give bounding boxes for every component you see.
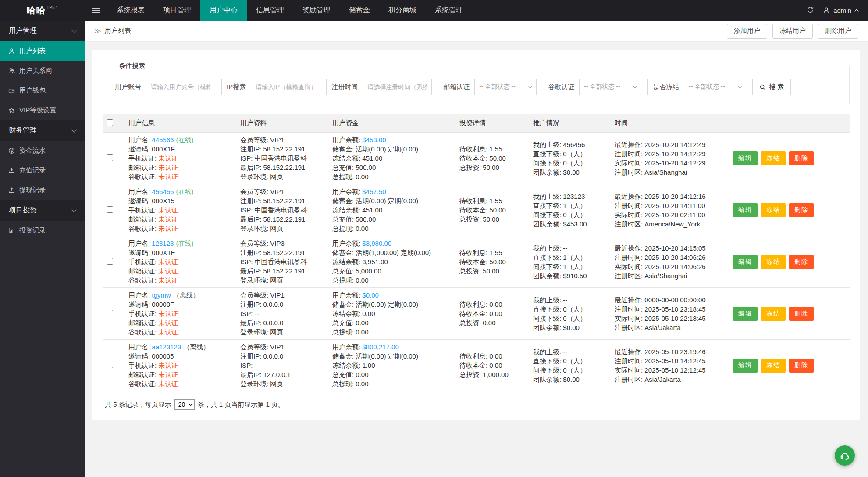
- edit-button[interactable]: 编辑: [733, 255, 758, 269]
- field-label: 注册时区:: [615, 220, 644, 228]
- team-balance: $0.00: [563, 324, 580, 331]
- sidebar-item-2-2[interactable]: 充值记录: [0, 161, 85, 180]
- body-row: 用户管理用户列表用户关系网用户钱包VIP等级设置财务管理资金流水充值记录提现记录…: [0, 21, 868, 477]
- username-link[interactable]: 445566: [152, 136, 174, 143]
- row-checkbox[interactable]: [107, 206, 113, 213]
- row-line: 登录环境: 网页: [240, 276, 325, 285]
- sidebar-section-3[interactable]: 项目投资: [0, 200, 85, 221]
- row-line: 总充值: 500.00: [332, 163, 452, 172]
- edit-button[interactable]: 编辑: [733, 203, 758, 217]
- vip-level: VIP3: [270, 240, 285, 247]
- field-label: 谷歌认证:: [128, 276, 158, 284]
- support-fab[interactable]: [835, 445, 855, 466]
- row-line: 冻结余额: 1.00: [332, 361, 452, 370]
- row-line: 注册时区: Asia/Shanghai: [615, 168, 726, 177]
- sidebar-item-1-4[interactable]: VIP等级设置: [0, 100, 85, 120]
- freeze-button[interactable]: 冻结: [761, 203, 786, 217]
- status-select[interactable]: -- 全部状态 --: [474, 79, 537, 95]
- field-label: 储蓄金:: [332, 249, 356, 256]
- page-size-select[interactable]: 20: [174, 399, 195, 410]
- sidebar-item-2-1[interactable]: 资金流水: [0, 141, 85, 161]
- delete-button[interactable]: 删除: [789, 203, 814, 217]
- nav-item-7[interactable]: 积分商城: [379, 0, 426, 21]
- search-input[interactable]: [251, 79, 320, 95]
- users-icon: [8, 68, 15, 74]
- register-timezone: Asia/Jakarta: [644, 376, 681, 383]
- sidebar-item-1-3[interactable]: 用户钱包: [0, 81, 85, 100]
- chevron-down-icon: [71, 207, 76, 212]
- field-label: 总充值:: [332, 215, 356, 223]
- edit-button[interactable]: 编辑: [733, 151, 758, 165]
- nav-item-3[interactable]: 用户中心: [200, 0, 247, 21]
- username-link[interactable]: 456456: [152, 188, 174, 195]
- row-line: 待收本金: 50.00: [459, 154, 526, 163]
- row-line: 注册IP: 0.0.0.0: [240, 351, 325, 361]
- freeze-button[interactable]: 冻结: [761, 255, 786, 269]
- star-icon: [8, 107, 15, 114]
- edit-button[interactable]: 编辑: [733, 359, 758, 373]
- edit-button[interactable]: 编辑: [733, 307, 758, 321]
- total-recharge: 5,000.00: [356, 267, 381, 275]
- search-button[interactable]: 搜 索: [752, 79, 791, 95]
- user-menu[interactable]: admin: [823, 7, 858, 14]
- select-all-checkbox[interactable]: [107, 119, 113, 126]
- row-checkbox[interactable]: [107, 154, 113, 161]
- login-env: 网页: [270, 380, 283, 387]
- nav-item-6[interactable]: 储蓄金: [340, 0, 379, 21]
- nav-item-1[interactable]: 系统报表: [107, 0, 154, 21]
- field-label: 总提现:: [332, 276, 356, 284]
- row-cell: 会员等级: VIP1注册IP: 58.152.22.191ISP: 中国香港电讯…: [237, 184, 329, 236]
- nav-item-2[interactable]: 项目管理: [154, 0, 200, 21]
- row-checkbox[interactable]: [107, 310, 113, 316]
- row-line: 注册时区: Asia/Shanghai: [615, 271, 726, 280]
- search-input[interactable]: [363, 79, 432, 95]
- column-header: 时间: [611, 114, 729, 133]
- username-link[interactable]: tgymw: [152, 291, 171, 299]
- menu-toggle-icon[interactable]: [85, 0, 107, 21]
- field-label: 待收本金:: [459, 154, 489, 162]
- row-checkbox[interactable]: [107, 258, 113, 265]
- sidebar-section-1[interactable]: 用户管理: [0, 21, 85, 41]
- nav-item-8[interactable]: 系统管理: [426, 0, 472, 21]
- status-select[interactable]: -- 全部状态 --: [579, 79, 641, 95]
- nav-item-5[interactable]: 奖励管理: [293, 0, 340, 21]
- delete-button[interactable]: 删除: [789, 255, 814, 269]
- sidebar-item-label: 充值记录: [19, 166, 46, 175]
- row-line: 总投资: 1,000.00: [459, 370, 526, 379]
- username-link[interactable]: aa123123: [152, 343, 181, 351]
- status-select[interactable]: -- 全部状态 --: [684, 79, 746, 95]
- refresh-icon[interactable]: [807, 6, 814, 15]
- sidebar-item-3-1[interactable]: 投资记录: [0, 221, 85, 240]
- sidebar-item-1-1[interactable]: 用户列表: [0, 41, 85, 61]
- row-line: 邀请码: 000005: [128, 351, 233, 361]
- frozen-balance: 451.00: [362, 206, 382, 214]
- search-input[interactable]: [146, 79, 215, 95]
- team-balance: $0.00: [563, 169, 580, 176]
- actions-header: [729, 114, 850, 133]
- add-user-button[interactable]: 添加用户: [727, 24, 767, 39]
- delete-user-button[interactable]: 删除用户: [818, 24, 858, 39]
- sidebar-item-2-3[interactable]: 提现记录: [0, 180, 85, 200]
- delete-button[interactable]: 删除: [789, 151, 814, 165]
- freeze-user-button[interactable]: 冻结用户: [772, 24, 813, 39]
- delete-button[interactable]: 删除: [789, 359, 814, 373]
- delete-button[interactable]: 删除: [789, 307, 814, 321]
- row-cell: 最近操作: 2025-05-10 23:19:46注册时间: 2025-05-1…: [611, 340, 729, 391]
- username-link[interactable]: 123123: [152, 240, 174, 247]
- field-label: 待收利息:: [459, 145, 489, 153]
- row-line: 实际时间: 2025-10-20 02:11:00: [615, 210, 726, 219]
- freeze-button[interactable]: 冻结: [761, 151, 786, 165]
- nav-item-4[interactable]: 信息管理: [247, 0, 293, 21]
- person-icon: [823, 7, 830, 14]
- sidebar-section-2[interactable]: 财务管理: [0, 120, 85, 141]
- freeze-button[interactable]: 冻结: [761, 307, 786, 321]
- row-line: 间接下级: 0（人）: [533, 210, 608, 219]
- row-checkbox[interactable]: [107, 362, 113, 368]
- freeze-button[interactable]: 冻结: [761, 359, 786, 373]
- field-label: ISP:: [240, 206, 255, 214]
- field-label: 会员等级:: [240, 240, 270, 247]
- row-cell: 最近操作: 2025-10-20 14:12:16注册时间: 2025-10-2…: [611, 184, 729, 236]
- row-line: 邀请码: 000X1E: [128, 248, 233, 257]
- google-auth-status: 未认证: [158, 276, 178, 284]
- sidebar-item-1-2[interactable]: 用户关系网: [0, 61, 85, 81]
